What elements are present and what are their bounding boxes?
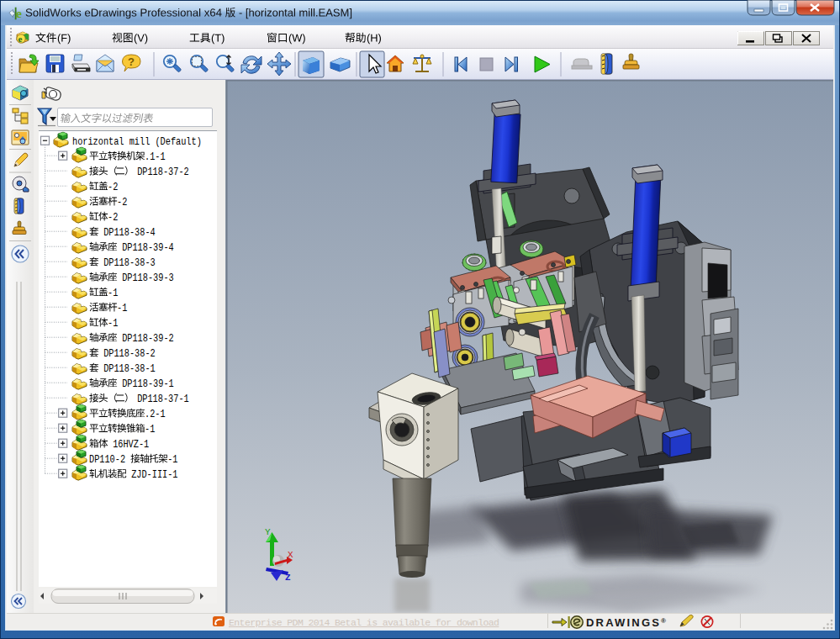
svg-text:-1: -1 [117, 303, 127, 314]
svg-text:?: ? [128, 55, 135, 68]
svg-text:-1: -1 [108, 318, 118, 330]
svg-text:.2-1: .2-1 [145, 409, 166, 420]
svg-text:DP118-37-1: DP118-37-1 [132, 393, 189, 405]
svg-text:DP118-39-1: DP118-39-1 [117, 378, 174, 390]
svg-text:-2: -2 [117, 197, 127, 209]
svg-text:-2: -2 [108, 212, 118, 224]
svg-text:DP118-39-4: DP118-39-4 [117, 242, 174, 254]
svg-text:-1: -1 [145, 424, 155, 436]
svg-text:.1-1: .1-1 [145, 151, 166, 163]
svg-text:DP118-38-4: DP118-38-4 [98, 227, 156, 239]
svg-text:DP118-39-2: DP118-39-2 [117, 333, 174, 345]
svg-text:Y: Y [265, 527, 271, 537]
svg-text:DP110-2: DP110-2 [89, 454, 130, 466]
svg-text:-1: -1 [167, 454, 177, 466]
svg-text:ZJD-III-1: ZJD-III-1 [126, 469, 178, 481]
svg-text:X: X [288, 550, 293, 560]
svg-text:DP118-38-2: DP118-38-2 [98, 348, 156, 360]
svg-text:DP118-37-2: DP118-37-2 [132, 166, 189, 178]
svg-text:DP118-38-1: DP118-38-1 [98, 363, 156, 375]
svg-text:DP118-38-3: DP118-38-3 [98, 257, 156, 269]
svg-text:Z: Z [285, 573, 291, 583]
svg-text:16HVZ-1: 16HVZ-1 [108, 439, 149, 451]
svg-text:horizontal mill (Default): horizontal mill (Default) [72, 136, 202, 148]
svg-text:-1: -1 [108, 288, 118, 299]
svg-text:-2: -2 [108, 182, 118, 193]
svg-text:DP118-39-3: DP118-39-3 [117, 272, 174, 284]
